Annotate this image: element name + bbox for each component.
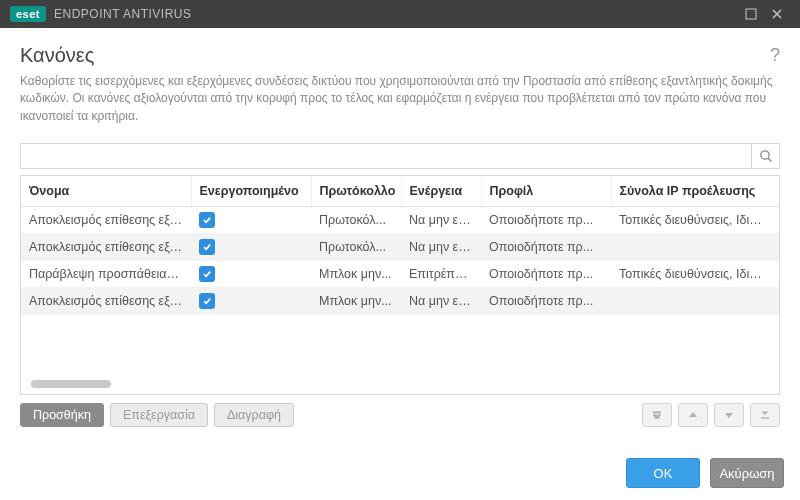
table-row[interactable]: Παράβλεψη προσπάθειας κ...Μπλοκ μην...Επ… bbox=[21, 261, 779, 288]
table-header-row: Όνομα Ενεργοποιημένο Πρωτόκολλο Ενέργεια… bbox=[21, 176, 779, 207]
checkbox-checked-icon[interactable] bbox=[199, 266, 215, 282]
cell-name: Παράβλεψη προσπάθειας κ... bbox=[21, 261, 191, 288]
page-description: Καθορίστε τις εισερχόμενες και εξερχόμεν… bbox=[20, 73, 780, 125]
cell-enabled bbox=[191, 207, 311, 234]
svg-rect-0 bbox=[746, 9, 756, 19]
rules-table: Όνομα Ενεργοποιημένο Πρωτόκολλο Ενέργεια… bbox=[20, 175, 780, 395]
move-bottom-button[interactable] bbox=[750, 403, 780, 427]
cell-profile: Οποιοδήποτε πρ... bbox=[481, 261, 611, 288]
cancel-button[interactable]: Ακύρωση bbox=[710, 458, 784, 488]
search-input[interactable] bbox=[21, 144, 751, 168]
brand-name: ENDPOINT ANTIVIRUS bbox=[54, 7, 191, 21]
cell-source: Τοπικές διευθύνσεις, Ιδιωτικές διε bbox=[611, 261, 779, 288]
cell-action: Επιτρέπεται bbox=[401, 261, 481, 288]
brand-badge: eset bbox=[10, 6, 46, 22]
cell-source bbox=[611, 288, 779, 315]
help-icon[interactable]: ? bbox=[770, 45, 780, 66]
cell-protocol: Πρωτοκόλ... bbox=[311, 207, 401, 234]
cell-protocol: Πρωτοκόλ... bbox=[311, 234, 401, 261]
col-header-action[interactable]: Ενέργεια bbox=[401, 176, 481, 207]
cell-source bbox=[611, 234, 779, 261]
close-button[interactable] bbox=[764, 4, 790, 24]
checkbox-checked-icon[interactable] bbox=[199, 239, 215, 255]
cell-enabled bbox=[191, 234, 311, 261]
cell-name: Αποκλεισμός επίθεσης εξαν... bbox=[21, 234, 191, 261]
cell-profile: Οποιοδήποτε πρ... bbox=[481, 234, 611, 261]
ok-button[interactable]: OK bbox=[626, 458, 700, 488]
move-down-button[interactable] bbox=[714, 403, 744, 427]
delete-button[interactable]: Διαγραφή bbox=[214, 403, 294, 427]
cell-action: Να μην επι... bbox=[401, 234, 481, 261]
col-header-profile[interactable]: Προφίλ bbox=[481, 176, 611, 207]
search-icon[interactable] bbox=[751, 144, 779, 168]
svg-line-2 bbox=[768, 158, 771, 161]
checkbox-checked-icon[interactable] bbox=[199, 293, 215, 309]
cell-name: Αποκλεισμός επίθεσης εξαν... bbox=[21, 207, 191, 234]
cell-enabled bbox=[191, 288, 311, 315]
cell-source: Τοπικές διευθύνσεις, Ιδιωτικές διε bbox=[611, 207, 779, 234]
table-row[interactable]: Αποκλεισμός επίθεσης εξαν...Πρωτοκόλ...Ν… bbox=[21, 234, 779, 261]
cell-name: Αποκλεισμός επίθεσης εξαν... bbox=[21, 288, 191, 315]
horizontal-scrollbar[interactable] bbox=[31, 380, 111, 388]
edit-button[interactable]: Επεξεργασία bbox=[110, 403, 208, 427]
checkbox-checked-icon[interactable] bbox=[199, 212, 215, 228]
add-button[interactable]: Προσθήκη bbox=[20, 403, 104, 427]
cell-protocol: Μπλοκ μην... bbox=[311, 261, 401, 288]
minimize-button[interactable] bbox=[738, 4, 764, 24]
cell-protocol: Μπλοκ μην... bbox=[311, 288, 401, 315]
col-header-name[interactable]: Όνομα bbox=[21, 176, 191, 207]
cell-profile: Οποιοδήποτε πρ... bbox=[481, 207, 611, 234]
cell-action: Να μην επι... bbox=[401, 288, 481, 315]
table-row[interactable]: Αποκλεισμός επίθεσης εξαν...Μπλοκ μην...… bbox=[21, 288, 779, 315]
move-top-button[interactable] bbox=[642, 403, 672, 427]
move-up-button[interactable] bbox=[678, 403, 708, 427]
col-header-protocol[interactable]: Πρωτόκολλο bbox=[311, 176, 401, 207]
page-title: Κανόνες bbox=[20, 44, 770, 67]
table-row[interactable]: Αποκλεισμός επίθεσης εξαν...Πρωτοκόλ...Ν… bbox=[21, 207, 779, 234]
titlebar: eset ENDPOINT ANTIVIRUS bbox=[0, 0, 800, 28]
cell-profile: Οποιοδήποτε πρ... bbox=[481, 288, 611, 315]
cell-action: Να μην επι... bbox=[401, 207, 481, 234]
svg-point-1 bbox=[760, 151, 768, 159]
cell-enabled bbox=[191, 261, 311, 288]
search-bar bbox=[20, 143, 780, 169]
col-header-source[interactable]: Σύνολα IP προέλευσης bbox=[611, 176, 779, 207]
col-header-enabled[interactable]: Ενεργοποιημένο bbox=[191, 176, 311, 207]
